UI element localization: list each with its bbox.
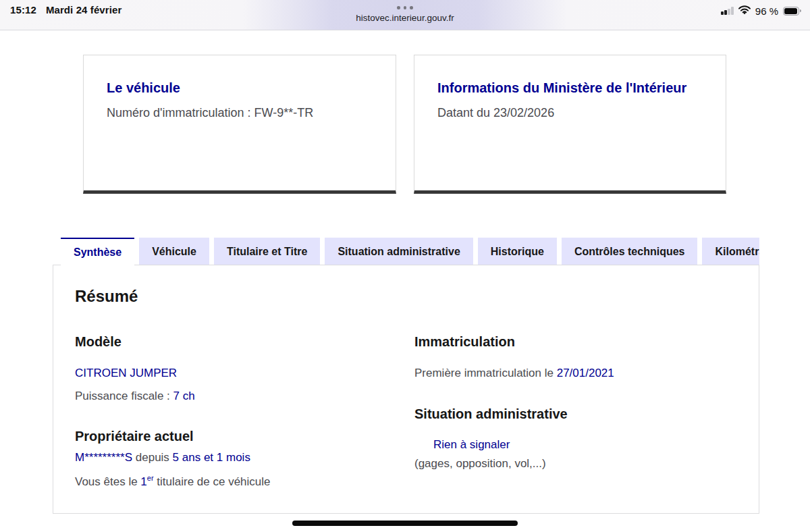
home-indicator[interactable] [292,521,518,526]
owner-heading: Propriétaire actuel [75,429,414,444]
address-bar[interactable]: histovec.interieur.gouv.fr [0,0,810,23]
vehicle-card-plate: Numéro d'immatriculation : FW-9**-TR [107,104,373,122]
status-right: 96 % [721,5,801,17]
tab-bar: Synthèse Véhicule Titulaire et Titre Sit… [61,238,759,265]
cellular-signal-icon [721,7,734,15]
first-registration-date: 27/01/2021 [557,367,614,379]
ministry-card-title: Informations du Ministère de l'Intérieur [437,78,703,98]
right-column: Immatriculation Première immatriculation… [414,334,737,490]
tab-kilometrage[interactable]: Kilométrage [702,238,759,265]
resume-heading: Résumé [75,287,737,306]
holder-rank-line: Vous êtes le 1er titulaire de ce véhicul… [75,470,414,490]
situation-heading: Situation administrative [414,406,737,422]
tab-situation-administrative[interactable]: Situation administrative [325,238,473,265]
ministry-card-date: Datant du 23/02/2026 [437,104,703,122]
tab-synthese[interactable]: Synthèse [61,238,134,265]
summary-cards: Le véhicule Numéro d'immatriculation : F… [83,55,726,194]
left-column: Modèle CITROEN JUMPER Puissance fiscale … [75,334,414,490]
page-menu-dots-icon[interactable] [0,6,810,9]
tab-titulaire-et-titre[interactable]: Titulaire et Titre [214,238,320,265]
registration-heading: Immatriculation [414,334,737,350]
tab-controles-techniques[interactable]: Contrôles techniques [562,238,698,265]
tab-historique[interactable]: Historique [478,238,557,265]
owner-duration: 5 ans et 1 mois [173,451,250,464]
model-heading: Modèle [75,334,414,350]
owner-line: M*********S depuis 5 ans et 1 mois [75,450,414,466]
model-name: CITROEN JUMPER [75,365,414,381]
situation-note: (gages, opposition, vol,...) [414,456,737,472]
address-url[interactable]: histovec.interieur.gouv.fr [0,13,810,23]
status-bar: 15:12 Mardi 24 février histovec.interieu… [0,0,810,30]
holder-rank-ordinal: er [147,474,154,482]
synthese-panel: Résumé Modèle CITROEN JUMPER Puissance f… [53,265,759,514]
vehicle-card-title: Le véhicule [107,78,373,98]
wifi-icon [738,5,751,17]
holder-rank-number: 1 [140,475,146,488]
battery-icon [783,7,801,16]
owner-name: M*********S [75,451,132,464]
fiscal-power-value: 7 ch [173,390,195,402]
ministry-card: Informations du Ministère de l'Intérieur… [414,55,726,194]
situation-status: Rien à signaler [414,437,737,453]
vehicle-card: Le véhicule Numéro d'immatriculation : F… [83,55,396,194]
tab-vehicule[interactable]: Véhicule [139,238,209,265]
battery-percent: 96 % [755,5,778,17]
fiscal-power-line: Puissance fiscale : 7 ch [75,388,414,404]
first-registration-line: Première immatriculation le 27/01/2021 [414,365,737,381]
